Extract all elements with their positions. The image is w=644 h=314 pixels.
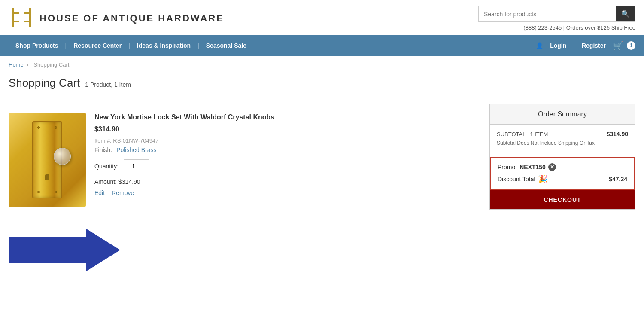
edit-link[interactable]: Edit	[94, 189, 105, 196]
screw-tl	[37, 126, 40, 129]
nav-ideas-inspiration[interactable]: Ideas & Inspiration	[130, 42, 197, 49]
logo-area: HOUSE OF ANTIQUE HARDWARE	[9, 4, 224, 33]
nav-login[interactable]: Login	[547, 42, 570, 49]
nav-left: Shop Products | Resource Center | Ideas …	[9, 42, 253, 49]
order-summary-col: Order Summary SUBTOTAL 1 ITEM $314.90 Su…	[489, 104, 635, 271]
order-summary-body: SUBTOTAL 1 ITEM $314.90 Subtotal Does No…	[490, 125, 635, 157]
subtotal-row: SUBTOTAL 1 ITEM $314.90	[497, 131, 628, 137]
quantity-label: Quantity:	[94, 163, 118, 170]
amount-label: Amount:	[94, 178, 117, 185]
product-actions: Edit Remove	[94, 189, 477, 196]
checkout-area: CHECKOUT	[490, 190, 635, 209]
nav-resource-center[interactable]: Resource Center	[67, 42, 128, 49]
nav-register[interactable]: Register	[578, 42, 609, 49]
search-input[interactable]	[479, 7, 616, 21]
logo-icon	[9, 4, 34, 33]
subtotal-note: Subtotal Does Not Include Shipping Or Ta…	[497, 140, 628, 146]
finish-value: Polished Brass	[116, 146, 156, 153]
svg-marker-6	[9, 229, 120, 271]
breadcrumb-current: Shopping Cart	[33, 61, 69, 68]
product-amount: Amount: $314.90	[94, 178, 477, 185]
order-summary-title: Order Summary	[490, 104, 635, 125]
user-icon: 👤	[536, 42, 543, 49]
cart-count: 1	[627, 41, 635, 50]
product-image	[9, 113, 86, 207]
cart-icon[interactable]: 🛒	[613, 40, 623, 51]
product-price: $314.90	[94, 125, 477, 133]
main-content: New York Mortise Lock Set With Waldorf C…	[0, 95, 644, 280]
finish-label: Finish:	[94, 146, 112, 153]
nav-right: 👤 Login | Register 🛒 1	[536, 40, 635, 51]
site-logo-text: HOUSE OF ANTIQUE HARDWARE	[39, 13, 224, 24]
breadcrumb-home[interactable]: Home	[9, 61, 24, 68]
nav-shop-products[interactable]: Shop Products	[9, 42, 65, 49]
promo-label: Promo:	[498, 164, 517, 171]
search-button[interactable]: 🔍	[616, 6, 635, 21]
promo-row: Promo: NEXT150 ✕	[498, 163, 627, 171]
promo-remove-button[interactable]: ✕	[548, 163, 556, 171]
product-details: New York Mortise Lock Set With Waldorf C…	[94, 113, 477, 196]
header-right: 🔍 (888) 223-2545 | Orders over $125 Ship…	[478, 6, 635, 31]
breadcrumb: Home › Shopping Cart	[0, 56, 644, 73]
promo-section: Promo: NEXT150 ✕ Discount Total 🎉 $47.24	[490, 157, 635, 190]
subtotal-label: SUBTOTAL 1 ITEM	[497, 131, 548, 137]
remove-link[interactable]: Remove	[112, 189, 134, 196]
page-subtitle: 1 Product, 1 Item	[85, 81, 131, 88]
page-title: Shopping Cart	[9, 76, 80, 90]
order-summary: Order Summary SUBTOTAL 1 ITEM $314.90 Su…	[489, 104, 635, 210]
breadcrumb-separator: ›	[27, 61, 28, 68]
product-sku: Item #: RS-01NW-704947	[94, 137, 477, 144]
discount-text: Discount Total	[498, 176, 535, 183]
discount-label: Discount Total 🎉	[498, 174, 547, 184]
nav-divider-4: |	[573, 42, 575, 49]
amount-value: $314.90	[118, 178, 140, 185]
blue-arrow-svg	[9, 229, 120, 271]
discount-row: Discount Total 🎉 $47.24	[498, 174, 627, 184]
product-finish: Finish: Polished Brass	[94, 146, 477, 153]
screw-tr	[55, 126, 57, 129]
search-bar: 🔍	[478, 6, 635, 22]
promo-code: NEXT150	[519, 164, 546, 171]
cart-item: New York Mortise Lock Set With Waldorf C…	[9, 104, 477, 216]
contact-info: (888) 223-2545 | Orders over $125 Ship F…	[523, 24, 635, 31]
party-icon: 🎉	[538, 174, 547, 184]
quantity-input[interactable]	[124, 159, 149, 173]
header: HOUSE OF ANTIQUE HARDWARE 🔍 (888) 223-25…	[0, 0, 644, 35]
quantity-row: Quantity:	[94, 159, 477, 173]
subtotal-value: $314.90	[606, 131, 628, 137]
discount-value: $47.24	[609, 176, 627, 183]
product-name: New York Mortise Lock Set With Waldorf C…	[94, 113, 477, 122]
door-knob-graphic	[54, 148, 71, 165]
checkout-button[interactable]: CHECKOUT	[490, 190, 635, 209]
subtotal-text: SUBTOTAL	[497, 131, 526, 137]
nav-seasonal-sale[interactable]: Seasonal Sale	[199, 42, 253, 49]
keyhole-graphic	[45, 174, 49, 180]
screw-br	[55, 191, 57, 193]
subtotal-items: 1 ITEM	[530, 131, 548, 137]
arrow-annotation	[9, 229, 485, 271]
cart-left-col: New York Mortise Lock Set With Waldorf C…	[9, 104, 477, 271]
door-plate-graphic	[32, 121, 62, 198]
screw-bl	[37, 191, 40, 193]
main-nav: Shop Products | Resource Center | Ideas …	[0, 35, 644, 56]
page-title-area: Shopping Cart 1 Product, 1 Item	[0, 73, 644, 95]
